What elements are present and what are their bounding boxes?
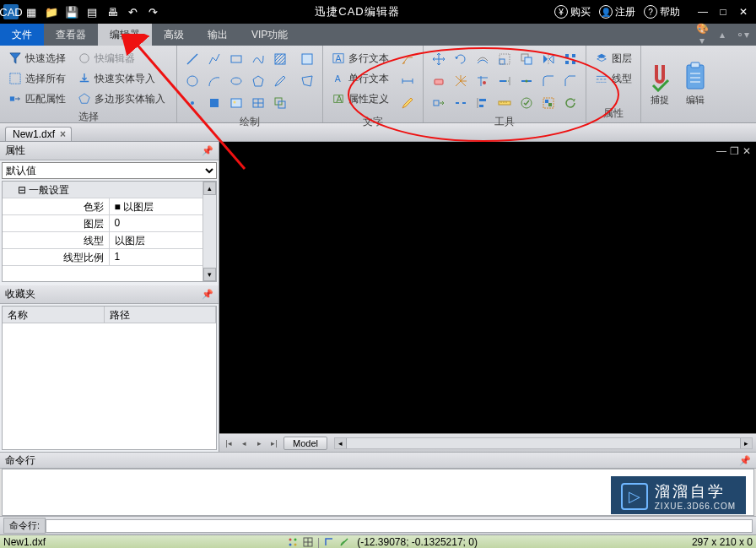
register-link[interactable]: 👤注册 [599, 5, 635, 19]
minimize-ribbon-icon[interactable]: ▴ [716, 29, 729, 41]
ribbon-help-icon[interactable]: ⚬▾ [736, 29, 749, 41]
point-tool[interactable] [182, 93, 202, 113]
undo-icon[interactable]: ↶ [125, 4, 140, 19]
array-tool[interactable] [560, 49, 580, 69]
mirror-tool[interactable] [538, 49, 559, 69]
measure-tool[interactable] [494, 93, 515, 113]
tab-viewer[interactable]: 查看器 [44, 24, 98, 46]
image-tool[interactable] [226, 93, 246, 113]
canvas-max-icon[interactable]: ❐ [730, 145, 739, 157]
join-tool[interactable] [516, 71, 537, 91]
properties-selector[interactable]: 默认值 [2, 162, 217, 179]
snap-button[interactable]: 捕捉 [645, 49, 675, 119]
layer-button[interactable]: 图层 [591, 49, 635, 68]
canvas-close-icon[interactable]: ✕ [742, 145, 751, 157]
canvas-hscrollbar[interactable]: ◂ ▸ [334, 437, 753, 449]
chamfer-tool[interactable] [560, 71, 580, 91]
polyline-tool[interactable] [204, 49, 224, 69]
prop-row-ltscale[interactable]: 线型比例 1 [3, 249, 216, 266]
pencil-tool[interactable] [270, 71, 290, 91]
edit-button[interactable]: 编辑 [680, 49, 710, 119]
model-tab[interactable]: Model [284, 437, 327, 450]
arc-tool[interactable] [204, 71, 224, 91]
layout-nav-first[interactable]: |◂ [223, 437, 235, 449]
properties-section-header[interactable]: ⊟ 一般设置 [3, 182, 216, 198]
save-icon[interactable]: 💾 [64, 4, 79, 19]
line-tool[interactable] [182, 49, 202, 69]
redo-icon[interactable]: ↷ [145, 4, 160, 19]
minimize-button[interactable]: — [694, 4, 712, 19]
hatch-tool[interactable] [270, 49, 290, 69]
polar-toggle-icon[interactable] [338, 536, 350, 548]
table-tool[interactable] [248, 93, 268, 113]
command-input[interactable] [46, 519, 753, 533]
layout-nav-next[interactable]: ▸ [253, 437, 265, 449]
tab-output[interactable]: 输出 [196, 24, 240, 46]
insert-tool[interactable] [270, 93, 290, 113]
explode-tool[interactable] [451, 71, 471, 91]
extend-tool[interactable] [494, 71, 515, 91]
new-icon[interactable]: ▦ [24, 4, 39, 19]
move-tool[interactable] [429, 49, 449, 69]
align-tool[interactable] [472, 93, 493, 113]
prop-row-layer[interactable]: 图层 0 [3, 215, 216, 232]
ortho-toggle-icon[interactable] [323, 536, 335, 548]
pin-icon[interactable]: 📌 [202, 145, 213, 156]
favorites-pin-icon[interactable]: 📌 [202, 289, 213, 300]
erase-tool[interactable] [429, 71, 449, 91]
document-tab[interactable]: New1.dxf × [5, 127, 72, 141]
hscroll-right[interactable]: ▸ [740, 438, 752, 448]
layout-nav-last[interactable]: ▸| [268, 437, 280, 449]
document-tab-close[interactable]: × [60, 128, 66, 140]
close-button[interactable]: ✕ [734, 4, 753, 19]
canvas-min-icon[interactable]: — [716, 145, 726, 157]
linetype-button[interactable]: 线型 [591, 69, 635, 88]
scale-tool[interactable] [494, 49, 515, 69]
grid-toggle-icon[interactable] [302, 536, 314, 548]
prop-row-color[interactable]: 色彩 ■ 以图层 [3, 198, 216, 215]
open-icon[interactable]: 📁 [44, 4, 59, 19]
dimension-tool[interactable] [397, 71, 418, 91]
wipeout-tool[interactable] [297, 49, 317, 69]
buy-link[interactable]: ¥购买 [554, 5, 591, 19]
hscroll-left[interactable]: ◂ [335, 438, 347, 448]
select-all-button[interactable]: 选择所有 [5, 69, 69, 88]
prop-row-linetype[interactable]: 线型 以图层 [3, 232, 216, 249]
quick-select-button[interactable]: 快速选择 [5, 49, 69, 68]
refresh-tool[interactable] [560, 93, 580, 113]
circle-tool[interactable] [182, 71, 202, 91]
stretch-tool[interactable] [429, 93, 449, 113]
block-tool[interactable] [204, 93, 224, 113]
maximize-button[interactable]: □ [714, 4, 732, 19]
properties-dropdown[interactable]: 默认值 [2, 162, 217, 179]
command-pin-icon[interactable]: 📌 [739, 455, 751, 466]
style-icon[interactable]: 🎨▾ [695, 23, 709, 46]
tab-editor[interactable]: 编辑器 [98, 24, 152, 46]
scroll-down-button[interactable]: ▾ [203, 268, 216, 281]
group-tool[interactable] [538, 93, 559, 113]
tab-file[interactable]: 文件 [0, 24, 44, 46]
scroll-up-button[interactable]: ▴ [203, 182, 216, 195]
match-props-button[interactable]: 匹配属性 [5, 90, 69, 108]
layout-nav-prev[interactable]: ◂ [238, 437, 250, 449]
trim-tool[interactable] [472, 71, 493, 91]
polygon-input-button[interactable]: 多边形实体输入 [74, 90, 169, 108]
help-link[interactable]: ?帮助 [644, 5, 680, 19]
purge-tool[interactable] [516, 93, 537, 113]
copy-tool[interactable] [516, 49, 537, 69]
ellipse-tool[interactable] [226, 71, 246, 91]
stext-button[interactable]: A单行文本 [328, 69, 392, 88]
fillet-tool[interactable] [538, 71, 559, 91]
polygon-tool[interactable] [248, 71, 268, 91]
attdef-button[interactable]: A属性定义 [328, 90, 392, 108]
properties-scrollbar[interactable]: ▴ ▾ [202, 182, 216, 281]
tab-advanced[interactable]: 高级 [152, 24, 196, 46]
spline-tool[interactable] [248, 49, 268, 69]
snap-toggle-icon[interactable] [287, 536, 299, 548]
saveall-icon[interactable]: ▤ [84, 4, 100, 19]
canvas-area[interactable]: — ❐ ✕ |◂ ◂ ▸ ▸| Model ◂ ▸ [219, 142, 756, 452]
leader-tool[interactable] [397, 49, 418, 69]
edit-text-tool[interactable] [397, 93, 418, 113]
mtext-button[interactable]: A多行文本 [328, 49, 392, 68]
offset-tool[interactable] [472, 49, 493, 69]
